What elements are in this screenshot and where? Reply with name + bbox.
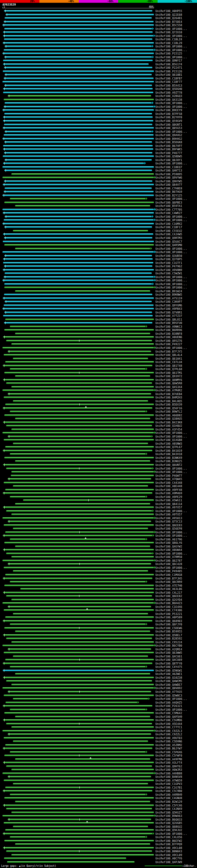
hit-bar[interactable] xyxy=(13,358,148,359)
hit-bar[interactable] xyxy=(4,712,154,714)
hit-bar[interactable] xyxy=(10,368,145,370)
hit-bar[interactable] xyxy=(15,205,150,207)
hit-bar[interactable] xyxy=(4,226,152,228)
hit-bar[interactable] xyxy=(5,301,152,302)
hit-bar[interactable] xyxy=(2,280,154,281)
hit-bar[interactable] xyxy=(4,312,152,313)
hit-bar[interactable] xyxy=(4,652,154,653)
hit-bar[interactable] xyxy=(10,581,145,583)
hit-bar[interactable] xyxy=(2,53,154,54)
hit-bar[interactable] xyxy=(2,308,154,309)
hit-bar[interactable] xyxy=(8,776,151,777)
hit-bar[interactable] xyxy=(4,439,154,441)
hit-bar[interactable] xyxy=(10,326,145,327)
hit-bar[interactable] xyxy=(11,641,154,643)
hit-bar[interactable] xyxy=(4,329,154,331)
hit-bar[interactable] xyxy=(11,514,154,515)
hit-bar[interactable] xyxy=(10,623,145,625)
hit-bar[interactable] xyxy=(11,173,154,175)
hit-bar[interactable] xyxy=(2,251,154,253)
hit-bar[interactable] xyxy=(2,773,154,774)
hit-bar[interactable] xyxy=(15,418,150,420)
hit-bar[interactable] xyxy=(15,333,150,334)
hit-bar[interactable] xyxy=(15,843,150,845)
hit-bar[interactable] xyxy=(2,209,154,210)
hit-bar[interactable] xyxy=(4,67,152,68)
hit-bar[interactable] xyxy=(4,191,154,192)
hit-bar[interactable] xyxy=(4,21,154,23)
hit-bar[interactable] xyxy=(4,219,154,221)
hit-bar[interactable] xyxy=(3,258,153,260)
hit-bar[interactable] xyxy=(15,673,150,675)
hit-bar[interactable] xyxy=(4,414,154,416)
hit-bar[interactable] xyxy=(8,95,151,97)
hit-bar[interactable] xyxy=(10,794,145,795)
hit-bar[interactable] xyxy=(2,223,154,224)
hit-bar[interactable] xyxy=(5,361,154,363)
hit-bar[interactable] xyxy=(5,102,152,104)
hit-bar[interactable] xyxy=(4,609,154,611)
hit-bar[interactable] xyxy=(11,475,154,476)
hit-bar[interactable] xyxy=(3,70,154,72)
hit-bar[interactable] xyxy=(2,687,154,689)
hit-bar[interactable] xyxy=(3,677,154,678)
hit-bar[interactable] xyxy=(4,10,152,12)
hit-bar[interactable] xyxy=(3,88,153,90)
hit-bar[interactable] xyxy=(11,556,154,558)
hit-bar[interactable] xyxy=(3,670,154,671)
hit-bar[interactable] xyxy=(2,560,154,561)
hit-bar[interactable] xyxy=(3,379,154,380)
hit-bar[interactable] xyxy=(3,833,152,834)
hit-bar[interactable] xyxy=(3,60,153,61)
hit-bar[interactable] xyxy=(13,741,148,742)
hit-bar[interactable] xyxy=(4,294,152,295)
hit-bar[interactable] xyxy=(8,351,151,352)
hit-bar[interactable] xyxy=(3,549,154,551)
hit-bar[interactable] xyxy=(4,202,154,203)
hit-bar[interactable] xyxy=(2,432,154,434)
hit-bar[interactable] xyxy=(2,195,154,196)
hit-bar[interactable] xyxy=(2,347,154,348)
hit-bar[interactable] xyxy=(20,588,154,590)
hit-bar[interactable] xyxy=(2,602,154,604)
hit-bar[interactable] xyxy=(11,769,154,770)
hit-bar[interactable] xyxy=(4,858,126,859)
hit-bar[interactable] xyxy=(4,457,154,459)
hit-bar[interactable] xyxy=(5,574,154,576)
hit-bar[interactable] xyxy=(10,751,145,753)
hit-bar[interactable] xyxy=(3,847,154,848)
hit-bar[interactable] xyxy=(4,524,154,526)
hit-bar[interactable] xyxy=(3,234,153,235)
hit-bar[interactable] xyxy=(11,812,154,813)
hit-bar[interactable] xyxy=(5,45,152,47)
hit-bar[interactable] xyxy=(3,298,154,299)
hit-bar[interactable] xyxy=(4,85,152,86)
hit-bar[interactable] xyxy=(11,726,154,728)
hit-bar[interactable] xyxy=(13,443,148,444)
hit-bar[interactable] xyxy=(4,397,154,398)
hit-bar[interactable] xyxy=(5,74,152,75)
hit-bar[interactable] xyxy=(3,184,154,185)
hit-bar[interactable] xyxy=(2,815,154,816)
hit-bar[interactable] xyxy=(4,38,152,40)
hit-bar[interactable] xyxy=(5,14,154,16)
hit-bar[interactable] xyxy=(7,861,134,863)
hit-bar[interactable] xyxy=(3,634,154,636)
hit-bar[interactable] xyxy=(2,390,154,391)
hit-bar[interactable] xyxy=(3,422,154,423)
hit-bar[interactable] xyxy=(4,567,154,568)
hit-bar[interactable] xyxy=(6,638,152,639)
hit-bar[interactable] xyxy=(2,109,154,111)
hit-bar[interactable] xyxy=(15,546,150,547)
hit-bar[interactable] xyxy=(8,648,151,650)
hit-bar[interactable] xyxy=(11,429,154,430)
hit-bar[interactable] xyxy=(13,528,148,529)
hit-bar[interactable] xyxy=(13,613,148,615)
hit-bar[interactable] xyxy=(3,155,154,157)
hit-bar[interactable] xyxy=(3,127,154,129)
hit-bar[interactable] xyxy=(3,450,152,452)
hit-bar[interactable] xyxy=(4,840,154,841)
hit-bar[interactable] xyxy=(3,407,152,409)
hit-bar[interactable] xyxy=(8,393,151,395)
hit-bar[interactable] xyxy=(3,145,153,147)
